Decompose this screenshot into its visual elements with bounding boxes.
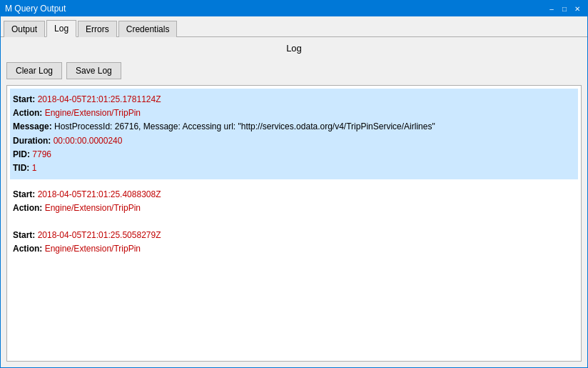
log-field: Action: Engine/Extension/TripPin	[13, 106, 575, 120]
log-field-label: Start:	[13, 189, 38, 199]
page-title: Log	[1, 37, 587, 59]
window-controls: – □ ✕	[546, 3, 583, 14]
tab-log[interactable]: Log	[46, 20, 76, 37]
log-field-value: 2018-04-05T21:01:25.5058279Z	[38, 230, 161, 240]
log-area[interactable]: Start: 2018-04-05T21:01:25.1781124ZActio…	[6, 85, 582, 362]
log-field-label: Start:	[13, 94, 38, 104]
toolbar: Clear Log Save Log	[1, 59, 587, 85]
log-field: Action: Engine/Extension/TripPin	[13, 202, 575, 215]
log-field-value: Engine/Extension/TripPin	[45, 244, 141, 254]
log-field-value: 2018-04-05T21:01:25.1781124Z	[38, 94, 161, 104]
log-field-label: Duration:	[13, 136, 54, 146]
log-field-value: Engine/Extension/TripPin	[45, 203, 141, 213]
log-field-value: 1	[32, 163, 37, 173]
log-field-label: Action:	[13, 244, 45, 254]
tab-bar: Output Log Errors Credentials	[1, 16, 587, 37]
close-button[interactable]: ✕	[572, 3, 583, 14]
log-entry-1: Start: 2018-04-05T21:01:25.4088308ZActio…	[10, 184, 578, 219]
log-field: Action: Engine/Extension/TripPin	[13, 242, 575, 256]
tab-credentials[interactable]: Credentials	[118, 21, 178, 37]
log-entry-2: Start: 2018-04-05T21:01:25.5058279ZActio…	[10, 224, 578, 260]
log-field: Duration: 00:00:00.0000240	[13, 134, 575, 148]
log-field-value: HostProcessId: 26716, Message: Accessing…	[54, 121, 435, 131]
log-entry-0: Start: 2018-04-05T21:01:25.1781124ZActio…	[10, 89, 578, 179]
tab-output[interactable]: Output	[4, 21, 45, 37]
title-bar: M Query Output – □ ✕	[1, 1, 587, 16]
log-field: Message: HostProcessId: 26716, Message: …	[13, 120, 575, 134]
log-field-value: 2018-04-05T21:01:25.4088308Z	[38, 189, 161, 199]
log-field: Start: 2018-04-05T21:01:25.4088308Z	[13, 188, 575, 202]
log-field: Start: 2018-04-05T21:01:25.5058279Z	[13, 229, 575, 242]
maximize-button[interactable]: □	[559, 3, 570, 14]
tab-errors[interactable]: Errors	[78, 21, 117, 37]
save-log-button[interactable]: Save Log	[66, 62, 121, 79]
log-field-value: 00:00:00.0000240	[54, 136, 123, 146]
log-field-label: Start:	[13, 230, 38, 240]
minimize-button[interactable]: –	[546, 3, 557, 14]
log-field-value: 7796	[32, 149, 51, 159]
window-title: M Query Output	[5, 4, 66, 14]
log-field-label: Action:	[13, 203, 45, 213]
log-field-value: Engine/Extension/TripPin	[45, 108, 141, 118]
clear-log-button[interactable]: Clear Log	[6, 62, 62, 79]
log-field-label: Action:	[13, 108, 45, 118]
log-field: Start: 2018-04-05T21:01:25.1781124Z	[13, 93, 575, 106]
log-field-label: TID:	[13, 163, 32, 173]
log-field-label: PID:	[13, 149, 32, 159]
log-field: PID: 7796	[13, 148, 575, 161]
log-field-label: Message:	[13, 121, 54, 131]
log-field: TID: 1	[13, 161, 575, 175]
main-window: M Query Output – □ ✕ Output Log Errors C…	[0, 0, 588, 368]
